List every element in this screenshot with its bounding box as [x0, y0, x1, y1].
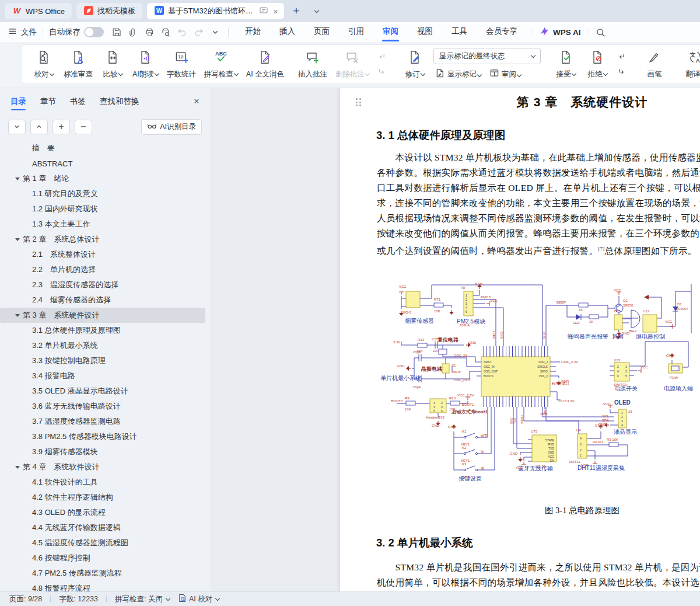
print-button[interactable] [142, 25, 157, 39]
toc-item[interactable]: 3.3 按键控制电路原理 [0, 353, 205, 368]
bubble-icon[interactable] [259, 6, 268, 17]
ai-proofread-button[interactable]: AI 校对 [178, 594, 219, 604]
autosave-control[interactable]: 自动保存 [49, 27, 104, 37]
toc-zoom-in-button[interactable] [52, 120, 70, 134]
collapse-arrow-icon[interactable] [15, 466, 20, 469]
toc-item[interactable]: 2.1 系统整体设计 [0, 247, 205, 262]
wps-ai-button[interactable]: WPS AI [539, 26, 581, 39]
review-std-button[interactable]: 标准审查 [60, 48, 97, 81]
translate-button[interactable]: 文A翻译 [680, 48, 700, 81]
menu-tab-开始[interactable]: 开始 [236, 22, 270, 42]
toc-collapse-button[interactable] [30, 120, 48, 134]
change-prev-button[interactable] [614, 51, 628, 63]
change-next-button[interactable] [614, 66, 628, 78]
show-marks-button[interactable]: 显示标记 [433, 68, 483, 81]
redo-button[interactable] [191, 25, 206, 39]
document-page[interactable]: 第 3 章 系统硬件设计 3. 1 总体硬件原理及原理图 本设计以 STM32 … [340, 88, 700, 592]
sidebar-close-button[interactable]: × [194, 96, 200, 107]
toc-item[interactable]: 3.7 温湿度传感器监测电路 [0, 414, 205, 429]
ai-read-button[interactable]: AI朗读 [128, 48, 163, 81]
revise-button[interactable]: 修订 [399, 48, 430, 81]
toc-item[interactable]: 4.6 按键程序控制 [0, 551, 205, 566]
toc-item[interactable]: 4.7 PM2.5 传感器监测流程 [0, 566, 205, 581]
accept-button[interactable]: 接受 [550, 48, 582, 81]
window-tab[interactable]: WWPS Office [5, 3, 72, 19]
spellcheck-status[interactable]: 拼写检查: 关闭 [115, 594, 170, 604]
svg-text:3: 3 [580, 443, 582, 446]
autosave-toggle[interactable] [84, 27, 104, 37]
display-mode-dropdown[interactable]: 显示标记的最终状态 [433, 48, 541, 64]
toc-item[interactable]: 4.1 软件设计的工具 [0, 475, 205, 490]
collapse-arrow-icon[interactable] [15, 177, 20, 180]
comment-del-button[interactable]: 删除批注 [331, 48, 373, 81]
menu-tab-插入[interactable]: 插入 [270, 22, 304, 42]
reject-button[interactable]: 拒绝 [582, 48, 613, 81]
toc-item[interactable]: 4.2 软件主程序逻辑结构 [0, 490, 205, 505]
preview-button[interactable] [159, 25, 173, 39]
toc-item[interactable]: 1.1 研究目的及意义 [0, 186, 205, 201]
menu-tab-页面[interactable]: 页面 [304, 22, 339, 42]
toc-item[interactable]: ABSTRACT [0, 156, 205, 171]
toc-item[interactable]: 3.4 报警电路 [0, 368, 205, 384]
menu-tab-工具[interactable]: 工具 [442, 22, 477, 42]
menu-tab-引用[interactable]: 引用 [339, 22, 373, 42]
svg-text:POW: POW [670, 376, 678, 379]
review-pane-icon [489, 68, 499, 80]
toc-item[interactable]: 第 2 章 系统总体设计 [0, 232, 205, 247]
toc-item[interactable]: 第 3 章 系统硬件设计 [0, 308, 205, 323]
toc-item[interactable]: 3.5 OLED 液晶显示电路设计 [0, 384, 205, 399]
toc-item[interactable]: 摘 要 [0, 141, 205, 156]
comment-add-button[interactable]: 插入批注 [294, 48, 331, 81]
tab-list-button[interactable] [309, 4, 324, 19]
menu-tab-审阅[interactable]: 审阅 [373, 22, 408, 42]
collapse-arrow-icon[interactable] [15, 314, 20, 317]
close-icon[interactable]: × [272, 7, 279, 16]
spell-button[interactable]: ABC拼写检查 [200, 48, 242, 81]
file-menu[interactable]: 文件 [8, 27, 37, 37]
toc-item[interactable]: 3.6 蓝牙无线传输电路设计 [0, 399, 205, 414]
toc-item[interactable]: 3.2 单片机最小系统 [0, 338, 205, 353]
toc-item[interactable]: 2.4 烟雾传感器的选择 [0, 292, 205, 308]
menu-tab-会员专享[interactable]: 会员专享 [477, 22, 527, 42]
toc-item[interactable]: 4.5 温湿度传感器监测流程图 [0, 535, 205, 551]
undo-button[interactable] [175, 25, 190, 39]
toc-item[interactable]: 1.2 国内外研究现状 [0, 201, 205, 217]
toc-item[interactable]: 4.8 报警程序流程 [0, 581, 205, 592]
toc-expand-button[interactable] [8, 120, 26, 134]
pen-button[interactable]: 画笔 [639, 48, 670, 81]
comment-next-button[interactable] [374, 66, 388, 78]
proof-button[interactable]: 校对 [28, 48, 60, 81]
sidebar-tab-查找和替换[interactable]: 查找和替换 [100, 88, 139, 115]
window-tab-active[interactable]: W基于STM32的图书馆环境监测...× [147, 3, 284, 19]
window-tab[interactable]: 找稻壳模板 [76, 3, 142, 19]
search-button[interactable] [593, 25, 608, 39]
ai-recognize-toc-button[interactable]: AI识别目录 [141, 119, 202, 135]
toc-item[interactable]: 第 1 章 绪论 [0, 171, 205, 186]
sidebar-tab-章节[interactable]: 章节 [40, 88, 56, 115]
toc-zoom-out-button[interactable] [75, 120, 92, 134]
toc-item[interactable]: 第 4 章 系统软件设计 [0, 459, 205, 475]
comment-prev-button[interactable] [374, 51, 388, 63]
compare-button[interactable]: 比较 [97, 48, 128, 81]
svg-text:MQ-2: MQ-2 [402, 311, 412, 314]
toc-item[interactable]: 2.2 单片机的选择 [0, 262, 205, 277]
word-count-indicator[interactable]: 字数: 12233 [59, 594, 98, 604]
pdf-button[interactable] [126, 25, 141, 39]
menu-tab-视图[interactable]: 视图 [408, 22, 442, 42]
toc-item[interactable]: 2.3 温湿度传感器的选择 [0, 277, 205, 292]
sidebar-tab-目录[interactable]: 目录 [10, 88, 26, 115]
word-count-button[interactable]: 12字数统计 [163, 48, 200, 81]
toc-item[interactable]: 4.3 OLED 的显示流程 [0, 505, 205, 520]
save-button[interactable] [110, 25, 124, 39]
sidebar-tab-书签[interactable]: 书签 [70, 88, 86, 115]
ai-polish-button[interactable]: AI 全文润色 [242, 48, 288, 81]
toc-item[interactable]: 1.3 本文主要工作 [0, 217, 205, 232]
toc-item[interactable]: 3.8 PM2.5 传感器模块电路设计 [0, 429, 205, 444]
more-button[interactable] [208, 25, 222, 39]
new-tab-button[interactable]: + [289, 4, 304, 19]
collapse-arrow-icon[interactable] [15, 238, 20, 241]
toc-item[interactable]: 3.9 烟雾传感器模块 [0, 444, 205, 459]
toc-item[interactable]: 3.1 总体硬件原理及原理图 [0, 323, 205, 338]
toc-item[interactable]: 4.4 无线蓝牙传输数据逻辑 [0, 520, 205, 535]
review-pane-button[interactable]: 审阅 [488, 68, 523, 81]
